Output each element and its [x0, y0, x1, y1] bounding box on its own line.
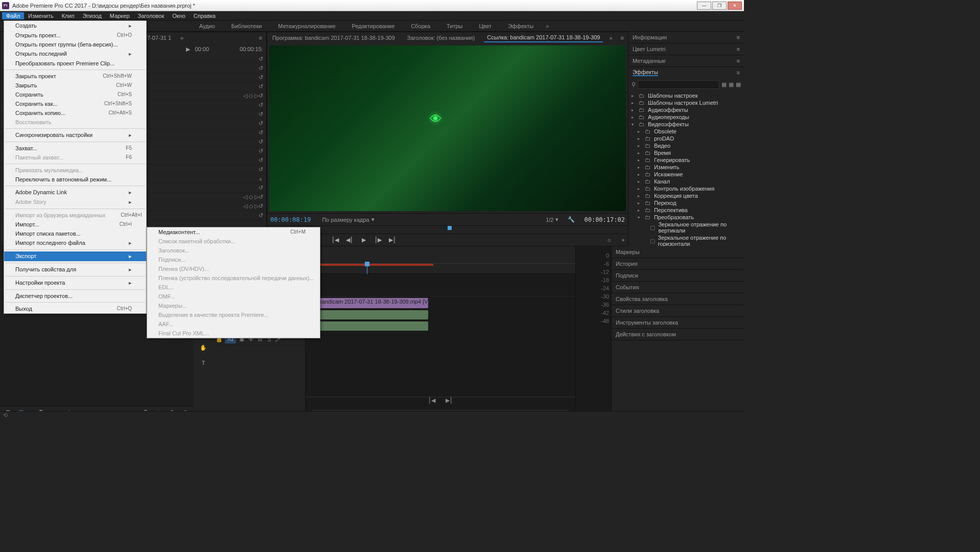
menu-клип[interactable]: Клип: [58, 12, 79, 19]
effects-folder[interactable]: ▸🗀Шаблоны настроек: [628, 92, 744, 99]
menu-item[interactable]: Adobe Dynamic Link▸: [4, 188, 146, 197]
menu-item[interactable]: ЗакрытьCtrl+W: [4, 81, 146, 90]
effects-folder[interactable]: ▸🗀proDAD: [628, 135, 744, 142]
menu-изменить[interactable]: Изменить: [24, 12, 58, 19]
panel-tab[interactable]: Метаданные: [633, 58, 666, 64]
effects-folder[interactable]: ▾🗀Видеоэффекты: [628, 121, 744, 128]
loop-icon[interactable]: ↺: [259, 139, 263, 145]
effects-folder[interactable]: ▸🗀Изменить: [628, 164, 744, 171]
tab-title-untitled[interactable]: Заголовок: (без названия): [404, 34, 478, 42]
sync-icon[interactable]: ⟲: [3, 412, 8, 419]
menu-item[interactable]: Захват...F5: [4, 144, 146, 153]
menu-окно[interactable]: Окно: [168, 12, 190, 19]
menu-файл[interactable]: Файл: [2, 12, 24, 19]
menu-item[interactable]: Импорт списка пакетов...: [4, 229, 146, 238]
tabs-overflow-icon[interactable]: »: [609, 35, 612, 41]
panel-tab[interactable]: Подписи: [616, 272, 638, 279]
menu-маркер[interactable]: Маркер: [106, 12, 134, 19]
workspace-tab[interactable]: Эффекты: [501, 22, 541, 30]
workspace-tab[interactable]: Цвет: [472, 22, 499, 30]
menu-item[interactable]: СохранитьCtrl+S: [4, 90, 146, 99]
panel-tab[interactable]: Свойства заголовка: [616, 296, 668, 302]
effects-folder[interactable]: ▸🗀Коррекция цвета: [628, 192, 744, 199]
loop-icon[interactable]: ↺: [259, 120, 263, 127]
tab-reference[interactable]: Ссылка: bandicam 2017-07-31 18-38-19-309: [484, 33, 603, 42]
effects-folder[interactable]: ▸🗀Видео: [628, 142, 744, 149]
audio-clip[interactable]: [311, 310, 428, 319]
effects-folder[interactable]: ▸🗀Время: [628, 149, 744, 156]
effects-folder[interactable]: ▾🗀Преобразовать: [628, 214, 744, 221]
workspace-tab[interactable]: Библиотеки: [224, 22, 269, 30]
video-clip[interactable]: ▣ bandicam 2017-07-31 18-38-19-309.mp4 […: [311, 298, 428, 308]
menu-item[interactable]: Сохранить копию...Ctrl+Alt+S: [4, 108, 146, 118]
menu-справка[interactable]: Справка: [190, 12, 220, 19]
program-resolution[interactable]: 1/2 ▾: [543, 216, 562, 223]
effect-item[interactable]: ▢Зеркальное отражение по вертикали: [628, 221, 744, 234]
step-forward-button[interactable]: ⎮▶: [374, 236, 383, 245]
loop-icon[interactable]: ↺: [259, 157, 263, 164]
program-zoom-fit[interactable]: По размеру кадра ▾: [319, 216, 377, 223]
hand-tool[interactable]: ✋: [197, 341, 209, 354]
minimize-button[interactable]: —: [697, 2, 711, 10]
menu-item[interactable]: Преобразовать проект Premiere Clip...: [4, 59, 146, 68]
effects-folder[interactable]: ▸🗀Шаблоны настроек Lumetri: [628, 99, 744, 106]
effects-folder[interactable]: ▸🗀Генерировать: [628, 156, 744, 164]
loop-icon[interactable]: ↺: [259, 148, 263, 154]
tab-program[interactable]: Программа: bandicam 2017-07-31 18-38-19-…: [269, 34, 398, 42]
wrench-icon[interactable]: 🔧: [567, 215, 576, 224]
effects-search-input[interactable]: [638, 80, 719, 89]
go-to-out-button[interactable]: ▶⎮: [388, 236, 397, 245]
loop-icon[interactable]: ↺: [259, 56, 263, 62]
menu-item[interactable]: Переключить в автономный режим...: [4, 175, 146, 184]
program-scrub-bar[interactable]: [267, 225, 628, 234]
button-editor-icon[interactable]: ＋: [619, 236, 628, 245]
effects-filter-icon[interactable]: ▦: [736, 81, 741, 88]
loop-icon[interactable]: ↺: [259, 185, 263, 191]
panel-tab[interactable]: Инструменты заголовка: [616, 319, 678, 326]
effects-folder[interactable]: ▸🗀Переход: [628, 199, 744, 206]
audio-clip[interactable]: [311, 321, 428, 331]
panel-menu-icon[interactable]: ≡: [619, 35, 626, 41]
effects-folder[interactable]: ▸🗀Аудиопереходы: [628, 113, 744, 121]
panel-menu-icon[interactable]: ≡: [737, 70, 740, 76]
effects-filter-icon[interactable]: ▦: [721, 81, 727, 88]
loop-icon[interactable]: ↺: [259, 212, 263, 219]
panel-tab[interactable]: События: [616, 284, 639, 290]
workspace-overflow-icon[interactable]: »: [543, 23, 552, 29]
loop-icon[interactable]: ↺: [259, 65, 263, 72]
step-back-button[interactable]: ◀⎮: [345, 236, 354, 245]
menu-заголовок[interactable]: Заголовок: [134, 12, 169, 19]
loop-icon[interactable]: ↺: [259, 166, 263, 173]
effects-folder[interactable]: ▸🗀Искажение: [628, 171, 744, 178]
workspace-tab[interactable]: Титры: [439, 22, 470, 30]
panel-tab[interactable]: Цвет Lumetri: [633, 46, 665, 52]
effect-item[interactable]: ▢Зеркальное отражение по горизонтали: [628, 234, 744, 247]
menu-item[interactable]: Открыть проект группы (бета-версия)...: [4, 40, 146, 49]
panel-tab[interactable]: Эффекты: [633, 69, 658, 76]
loop-icon[interactable]: ↺: [259, 129, 263, 136]
loop-icon[interactable]: ↺: [259, 74, 263, 81]
program-monitor[interactable]: [269, 45, 626, 211]
panel-tab[interactable]: Действия с заголовком: [616, 331, 676, 337]
menu-item[interactable]: Получить свойства для▸: [4, 265, 146, 274]
menu-item[interactable]: Открыть проект...Ctrl+O: [4, 31, 146, 40]
menu-item[interactable]: ВыходCtrl+Q: [4, 304, 146, 313]
panel-menu-icon[interactable]: ≡: [737, 58, 740, 64]
workspace-tab[interactable]: Метажурналирование: [271, 22, 342, 30]
effects-folder[interactable]: ▸🗀Перспектива: [628, 206, 744, 214]
program-timecode-current[interactable]: 00:00:08:19: [267, 216, 314, 223]
timeline-ruler[interactable]: [306, 263, 575, 273]
tabs-overflow-icon[interactable]: »: [180, 35, 183, 41]
panel-menu-icon[interactable]: ≡: [737, 34, 740, 40]
menu-item[interactable]: Сохранить как...Ctrl+Shift+S: [4, 99, 146, 108]
menu-item[interactable]: Импорт...Ctrl+I: [4, 220, 146, 229]
menu-item[interactable]: Диспетчер проектов...: [4, 291, 146, 301]
panel-menu-icon[interactable]: ≡: [737, 46, 740, 52]
effects-folder[interactable]: ▸🗀Контроль изображения: [628, 185, 744, 192]
menu-item[interactable]: Синхронизировать настройки▸: [4, 130, 146, 140]
menu-item[interactable]: Закрыть проектCtrl+Shift+W: [4, 72, 146, 81]
effects-folder[interactable]: ▸🗀Аудиоэффекты: [628, 106, 744, 113]
menu-item[interactable]: Медиаконтент...Ctrl+M: [147, 227, 320, 237]
menu-item[interactable]: Настройки проекта▸: [4, 278, 146, 288]
play-button[interactable]: ▶: [359, 236, 368, 245]
